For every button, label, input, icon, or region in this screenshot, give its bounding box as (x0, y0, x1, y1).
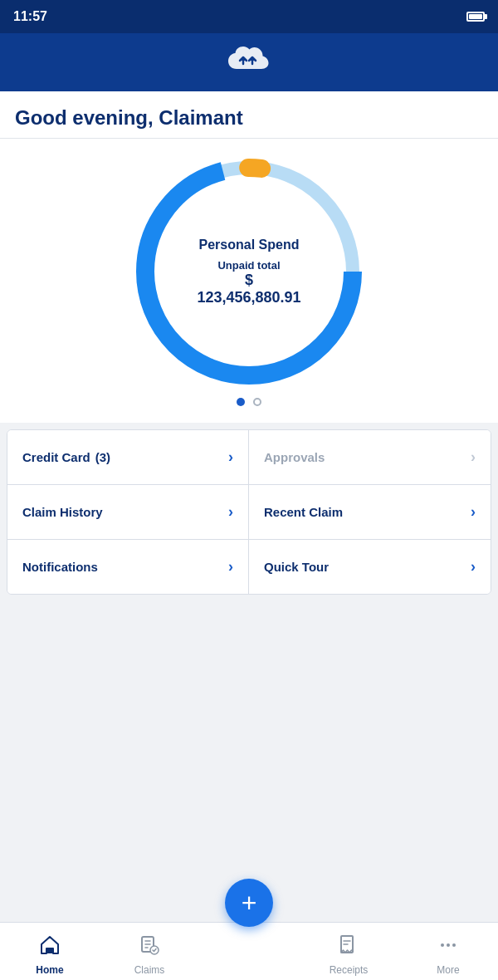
menu-grid: Credit Card (3) › Approvals › Claim Hist… (7, 429, 491, 595)
more-icon (437, 934, 459, 961)
svg-rect-4 (47, 948, 52, 953)
approvals-chevron: › (471, 448, 476, 466)
svg-point-10 (452, 943, 456, 947)
claim-history-label: Claim History (22, 505, 103, 519)
svg-point-8 (441, 943, 444, 947)
donut-chart: Personal Spend Unpaid total $ 123,456,88… (133, 155, 365, 388)
chart-amount: $ 123,456,880.91 (191, 272, 307, 306)
app-logo (227, 46, 271, 79)
chart-section: Personal Spend Unpaid total $ 123,456,88… (0, 139, 498, 423)
fab-button[interactable]: + (225, 879, 273, 927)
bottom-nav: Home Claims Receipts (0, 922, 498, 980)
recent-claim-chevron: › (471, 503, 476, 521)
home-icon (39, 934, 61, 961)
menu-item-credit-card[interactable]: Credit Card (3) › (7, 430, 249, 485)
fab-plus-icon: + (242, 889, 257, 916)
chart-label: Personal Spend (191, 238, 307, 252)
credit-card-badge: (3) (95, 450, 110, 464)
donut-center: Personal Spend Unpaid total $ 123,456,88… (191, 238, 307, 306)
menu-item-quick-tour[interactable]: Quick Tour › (249, 540, 491, 594)
pagination-dots (237, 398, 261, 406)
svg-point-9 (447, 943, 450, 947)
nav-label-receipts: Receipts (330, 964, 369, 976)
claims-icon (139, 934, 160, 961)
dot-2[interactable] (253, 398, 261, 406)
nav-fab-spacer (199, 948, 299, 955)
claim-history-chevron: › (228, 503, 233, 521)
nav-label-more: More (437, 964, 459, 976)
battery-icon (466, 12, 485, 22)
chart-sublabel: Unpaid total (191, 259, 307, 272)
nav-label-home: Home (36, 964, 63, 976)
approvals-label: Approvals (264, 450, 325, 464)
dot-1[interactable] (237, 398, 245, 406)
status-time: 11:57 (13, 9, 47, 24)
nav-item-home[interactable]: Home (0, 928, 100, 976)
nav-item-receipts[interactable]: Receipts (299, 928, 398, 976)
status-bar: 11:57 (0, 0, 498, 33)
credit-card-chevron: › (228, 448, 233, 466)
credit-card-label: Credit Card (22, 450, 90, 464)
nav-item-claims[interactable]: Claims (100, 928, 199, 976)
recent-claim-label: Recent Claim (264, 505, 343, 519)
menu-item-approvals[interactable]: Approvals › (249, 430, 491, 485)
notifications-chevron: › (228, 558, 233, 576)
greeting-text: Good evening, Claimant (15, 106, 243, 129)
greeting-section: Good evening, Claimant (0, 91, 498, 139)
menu-item-recent-claim[interactable]: Recent Claim › (249, 485, 491, 540)
nav-item-more[interactable]: More (398, 928, 498, 976)
menu-item-claim-history[interactable]: Claim History › (7, 485, 249, 540)
receipts-icon (338, 934, 359, 961)
notifications-label: Notifications (22, 560, 98, 574)
nav-label-claims: Claims (134, 964, 165, 976)
menu-item-notifications[interactable]: Notifications › (7, 540, 249, 594)
quick-tour-label: Quick Tour (264, 560, 329, 574)
quick-tour-chevron: › (471, 558, 476, 576)
app-header (0, 33, 498, 91)
